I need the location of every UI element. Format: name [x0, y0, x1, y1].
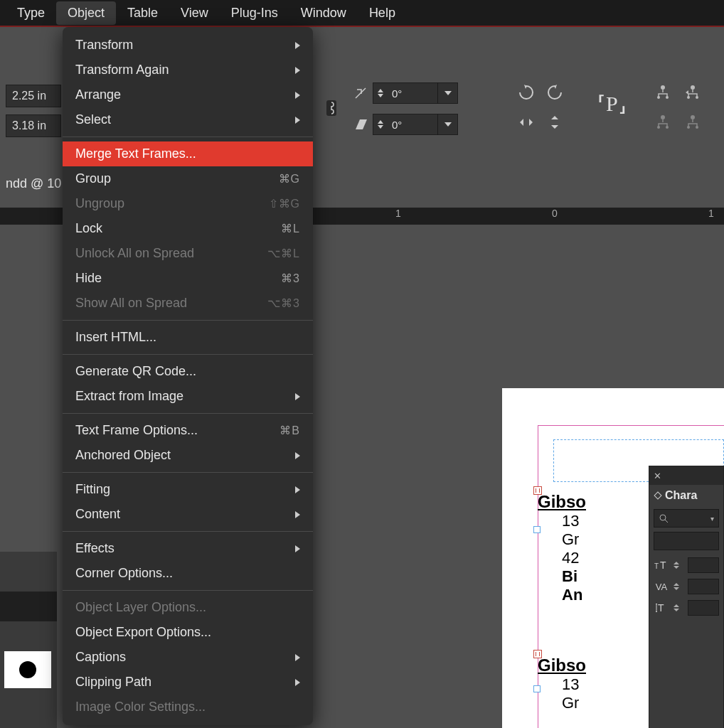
y-position-field[interactable]: 3.18 in — [6, 114, 61, 137]
in-port-icon[interactable] — [533, 650, 542, 658]
search-dropdown-icon[interactable]: ▾ — [710, 515, 714, 523]
left-panel-strip — [0, 552, 57, 728]
submenu-arrow-icon — [295, 545, 300, 552]
svg-text:T: T — [654, 562, 659, 570]
font-search-input[interactable]: ▾ — [654, 509, 719, 528]
menu-item-object-layer-options: Object Layer Options... — [63, 595, 313, 620]
menu-item-extract-from-image[interactable]: Extract from Image — [63, 384, 313, 409]
submenu-arrow-icon — [295, 486, 300, 493]
menu-item-label: Merge Text Frames... — [75, 146, 196, 161]
menu-item-clipping-path[interactable]: Clipping Path — [63, 670, 313, 695]
svg-point-2 — [657, 96, 660, 99]
menu-item-corner-options[interactable]: Corner Options... — [63, 561, 313, 586]
menu-item-label: Group — [75, 171, 111, 186]
frame-handle[interactable] — [533, 526, 541, 533]
submenu-arrow-icon — [295, 654, 300, 661]
rotation-dropdown[interactable] — [437, 82, 457, 104]
frame-handle[interactable] — [533, 685, 541, 692]
menu-item-transform-again[interactable]: Transform Again — [63, 58, 313, 82]
x-position-field[interactable]: 2.25 in — [6, 85, 61, 107]
font-size-field[interactable] — [688, 557, 719, 573]
search-icon — [659, 513, 669, 523]
rotation-field[interactable]: 0° — [373, 82, 458, 104]
object-menu-dropdown: TransformTransform AgainArrangeSelectMer… — [63, 27, 313, 725]
menu-item-arrange[interactable]: Arrange — [63, 82, 313, 107]
submenu-arrow-icon — [295, 511, 300, 518]
menu-item-select[interactable]: Select — [63, 107, 313, 132]
in-port-icon[interactable] — [533, 486, 542, 495]
menu-item-text-frame-options[interactable]: Text Frame Options...⌘B — [63, 418, 313, 443]
vscale-stepper[interactable] — [674, 604, 683, 611]
menu-item-fitting[interactable]: Fitting — [63, 477, 313, 502]
menubar-item-view[interactable]: View — [169, 1, 220, 25]
vertical-scale-icon: T — [654, 601, 669, 614]
rotate-ccw-icon[interactable] — [545, 82, 565, 102]
panel-title[interactable]: Chara — [649, 485, 723, 506]
menu-item-content[interactable]: Content — [63, 502, 313, 527]
svg-point-3 — [666, 96, 669, 99]
menu-item-label: Effects — [75, 541, 115, 556]
select-content-icon[interactable] — [653, 112, 673, 132]
menu-separator — [63, 136, 313, 137]
menu-item-object-export-options[interactable]: Object Export Options... — [63, 620, 313, 645]
shear-field[interactable]: 0° — [373, 114, 458, 135]
document-tab[interactable]: ndd @ 10 — [0, 173, 67, 194]
rotation-stepper[interactable] — [373, 82, 388, 104]
menubar-item-object[interactable]: Object — [56, 1, 116, 25]
text-frame-2[interactable]: Gibso 13 Gr — [538, 655, 586, 712]
menu-item-label: Generate QR Code... — [75, 364, 196, 379]
text-frame-1[interactable]: Gibso 13 Gr 42 Bi An — [538, 492, 586, 604]
menubar-item-table[interactable]: Table — [116, 1, 169, 25]
menu-item-captions[interactable]: Captions — [63, 645, 313, 670]
page-thumbnail[interactable] — [4, 651, 51, 688]
menu-item-group[interactable]: Group⌘G — [63, 166, 313, 191]
svg-point-8 — [657, 126, 660, 129]
close-icon[interactable]: ✕ — [654, 471, 661, 481]
menubar-item-type[interactable]: Type — [6, 1, 56, 25]
menubar-item-plugins[interactable]: Plug-Ins — [220, 1, 289, 25]
shear-stepper[interactable] — [373, 114, 388, 135]
menu-item-label: Clipping Path — [75, 675, 151, 690]
constrain-link-icon[interactable] — [321, 98, 341, 118]
select-next-icon[interactable] — [683, 112, 703, 132]
menu-item-label: Content — [75, 507, 120, 522]
menubar-item-help[interactable]: Help — [358, 1, 407, 25]
vscale-field[interactable] — [688, 600, 719, 616]
menu-item-label: Text Frame Options... — [75, 423, 198, 438]
menu-item-insert-html[interactable]: Insert HTML... — [63, 325, 313, 350]
menu-separator — [63, 320, 313, 321]
menu-item-label: Select — [75, 112, 111, 127]
menu-item-label: Anchored Object — [75, 448, 171, 463]
kerning-stepper[interactable] — [674, 583, 683, 590]
ruler-tick: 1 — [395, 208, 401, 219]
submenu-arrow-icon — [295, 393, 300, 400]
panel-tab-bar[interactable]: ✕ — [649, 466, 723, 485]
flip-vertical-icon[interactable] — [545, 112, 565, 132]
font-size-icon: TT — [654, 560, 669, 571]
menu-item-label: Transform — [75, 38, 133, 53]
guide-horizontal[interactable] — [538, 425, 724, 426]
menu-item-effects[interactable]: Effects — [63, 536, 313, 561]
menu-item-merge-text-frames[interactable]: Merge Text Frames... — [63, 141, 313, 166]
rotate-cw-icon[interactable] — [516, 82, 536, 102]
menu-item-hide[interactable]: Hide⌘3 — [63, 266, 313, 291]
ruler-tick: 0 — [552, 208, 558, 219]
svg-point-13 — [660, 515, 666, 520]
menu-item-generate-qr-code[interactable]: Generate QR Code... — [63, 359, 313, 384]
menu-item-label: Insert HTML... — [75, 330, 156, 345]
select-container-icon[interactable] — [653, 82, 673, 102]
menu-item-transform[interactable]: Transform — [63, 33, 313, 58]
menu-item-lock[interactable]: Lock⌘L — [63, 216, 313, 241]
content-placement-icon[interactable]: ⸢P⸥ — [597, 91, 627, 116]
menu-item-anchored-object[interactable]: Anchored Object — [63, 443, 313, 468]
select-previous-icon[interactable] — [683, 82, 703, 102]
menubar-item-window[interactable]: Window — [289, 1, 358, 25]
menu-shortcut: ⇧⌘G — [269, 197, 300, 210]
submenu-arrow-icon — [295, 452, 300, 459]
kerning-field[interactable] — [688, 579, 719, 594]
flip-horizontal-icon[interactable] — [516, 112, 536, 132]
shear-dropdown[interactable] — [437, 114, 457, 135]
font-style-field[interactable] — [654, 532, 719, 550]
font-size-stepper[interactable] — [674, 562, 683, 569]
svg-point-1 — [661, 85, 665, 90]
